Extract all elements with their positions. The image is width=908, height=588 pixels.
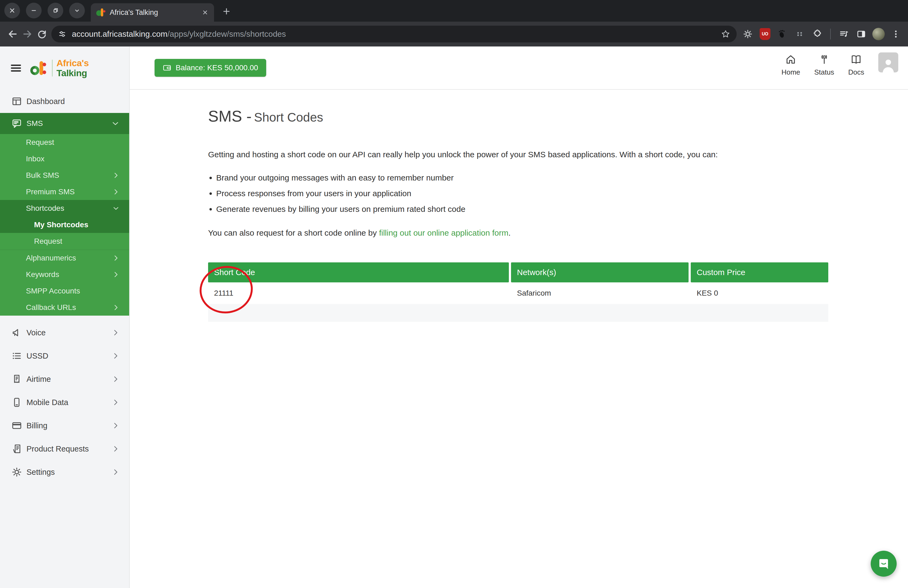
window-controls <box>4 3 85 18</box>
url-domain: account.africastalking.com <box>72 29 167 39</box>
shortcodes-table: Short Code Network(s) Custom Price 21111… <box>208 263 828 322</box>
at-logo-mark-icon <box>29 60 48 76</box>
sidebar-item-smpp-accounts[interactable]: SMPP Accounts <box>0 283 129 299</box>
url-bar[interactable]: account.africastalking.com/apps/ylxgltzd… <box>52 26 737 42</box>
list-item: Brand your outgoing messages with an eas… <box>216 173 908 182</box>
side-panel-icon[interactable] <box>855 27 868 41</box>
gear-extension-icon[interactable] <box>741 27 755 41</box>
page-content: SMS - Short Codes Getting and hosting a … <box>130 90 908 322</box>
nav-status[interactable]: Status <box>814 52 834 76</box>
sidebar-item-sms-request[interactable]: Request <box>0 134 129 150</box>
chat-launcher-button[interactable] <box>871 551 897 577</box>
sidebar-bottom-sections: Voice USSD Airtime Mobile Data <box>0 321 129 484</box>
sidebar-item-sms[interactable]: SMS <box>0 113 129 134</box>
chevron-down-icon <box>74 7 80 14</box>
new-tab-button[interactable] <box>220 5 233 18</box>
window-restore-button[interactable] <box>48 3 63 18</box>
chevron-right-icon <box>112 303 120 312</box>
tab-close-icon[interactable] <box>201 9 209 16</box>
url-text[interactable]: account.africastalking.com/apps/ylxgltzd… <box>72 29 721 39</box>
cell-custom-price: KES 0 <box>691 289 828 298</box>
minimize-icon <box>30 7 37 14</box>
back-button[interactable] <box>5 27 20 41</box>
sidebar-item-settings[interactable]: Settings <box>0 461 129 484</box>
main-header: Balance: KES 50,000.00 Home Status Docs <box>130 47 908 90</box>
sidebar-item-shortcodes-request[interactable]: Request <box>0 233 129 250</box>
sidebar-item-mobile-data[interactable]: Mobile Data <box>0 391 129 414</box>
home-icon <box>785 53 797 65</box>
main-area: Balance: KES 50,000.00 Home Status Docs <box>130 47 908 588</box>
sidebar-item-ussd[interactable]: USSD <box>0 344 129 367</box>
sidebar-item-premium-sms[interactable]: Premium SMS <box>0 184 129 200</box>
megaphone-icon <box>11 327 23 338</box>
sidebar-item-callback-urls[interactable]: Callback URLs <box>0 299 129 316</box>
sidebar-item-keywords[interactable]: Keywords <box>0 266 129 283</box>
site-settings-tune-icon[interactable] <box>58 30 66 39</box>
window-menu-button[interactable] <box>69 3 85 18</box>
dots-grid-icon[interactable] <box>793 27 807 41</box>
list-icon <box>11 351 23 361</box>
restore-icon <box>52 7 59 14</box>
chevron-right-icon <box>112 171 120 179</box>
hamburger-menu-icon[interactable] <box>10 62 22 74</box>
sidebar: Africa'sTalking Dashboard SMS Request In… <box>0 47 130 588</box>
window-minimize-button[interactable] <box>26 3 42 18</box>
sidebar-sms-section: SMS Request Inbox Bulk SMS Premium SMS S… <box>0 113 129 316</box>
bookmark-star-icon[interactable] <box>721 29 730 39</box>
sidebar-item-inbox[interactable]: Inbox <box>0 150 129 167</box>
gear-icon <box>11 467 23 477</box>
status-antenna-icon <box>818 53 830 65</box>
sidebar-item-airtime[interactable]: Airtime <box>0 367 129 391</box>
chevron-right-icon <box>111 468 120 477</box>
user-avatar[interactable] <box>878 52 898 72</box>
browser-tab-africas-talking[interactable]: Africa's Talking <box>91 3 214 22</box>
cell-short-code: 21111 <box>208 289 509 298</box>
reload-button[interactable] <box>35 27 49 41</box>
app-window: Africa'sTalking Dashboard SMS Request In… <box>0 47 908 588</box>
chevron-right-icon <box>112 254 120 262</box>
chevron-right-icon <box>111 445 120 453</box>
sidebar-item-alphanumerics[interactable]: Alphanumerics <box>0 250 129 266</box>
sidebar-item-my-shortcodes[interactable]: My Shortcodes <box>0 217 129 233</box>
chevron-right-icon <box>112 271 120 279</box>
cell-networks: Safaricom <box>511 289 689 298</box>
column-header-custom-price: Custom Price <box>691 263 828 282</box>
application-form-link[interactable]: filling out our online application form <box>379 228 509 237</box>
list-item: Process responses from your users in you… <box>216 189 908 198</box>
playlist-music-icon[interactable] <box>837 27 851 41</box>
chevron-right-icon <box>111 375 120 383</box>
sidebar-item-voice[interactable]: Voice <box>0 321 129 344</box>
logo-wordmark: Africa'sTalking <box>56 58 89 78</box>
balance-button[interactable]: Balance: KES 50,000.00 <box>155 59 266 77</box>
chevron-right-icon <box>112 188 120 196</box>
column-header-networks: Network(s) <box>511 263 689 282</box>
screen: Africa's Talking account.africastalking.… <box>0 0 908 588</box>
chevron-right-icon <box>111 328 120 337</box>
chevron-down-icon <box>112 204 120 213</box>
close-icon <box>9 7 16 14</box>
ublock-shield-icon[interactable]: UO <box>758 27 772 41</box>
receipt-icon <box>11 374 23 385</box>
gnome-foot-icon[interactable] <box>776 27 789 41</box>
kebab-menu-icon[interactable] <box>889 27 903 41</box>
nav-docs[interactable]: Docs <box>848 52 864 76</box>
url-path: /apps/ylxgltzdew/sms/shortcodes <box>167 29 286 39</box>
forward-button[interactable] <box>20 27 35 41</box>
sidebar-item-dashboard[interactable]: Dashboard <box>0 90 129 113</box>
sidebar-item-bulk-sms[interactable]: Bulk SMS <box>0 167 129 184</box>
sidebar-item-product-requests[interactable]: Product Requests <box>0 437 129 461</box>
africas-talking-logo[interactable]: Africa'sTalking <box>29 58 89 78</box>
tab-title: Africa's Talking <box>110 8 201 17</box>
window-close-button[interactable] <box>4 3 20 18</box>
browser-profile-avatar[interactable] <box>872 27 885 41</box>
table-row[interactable]: 21111 Safaricom KES 0 <box>208 282 828 304</box>
favicon-africas-talking <box>96 8 105 17</box>
nav-home[interactable]: Home <box>781 52 800 76</box>
extensions-puzzle-icon[interactable] <box>810 27 824 41</box>
sidebar-item-shortcodes[interactable]: Shortcodes <box>0 200 129 217</box>
wallet-icon <box>163 63 171 72</box>
chat-bubble-smile-icon <box>877 557 890 570</box>
table-header-row: Short Code Network(s) Custom Price <box>208 263 828 282</box>
sidebar-item-billing[interactable]: Billing <box>0 414 129 437</box>
dashboard-layout-icon <box>11 96 23 107</box>
